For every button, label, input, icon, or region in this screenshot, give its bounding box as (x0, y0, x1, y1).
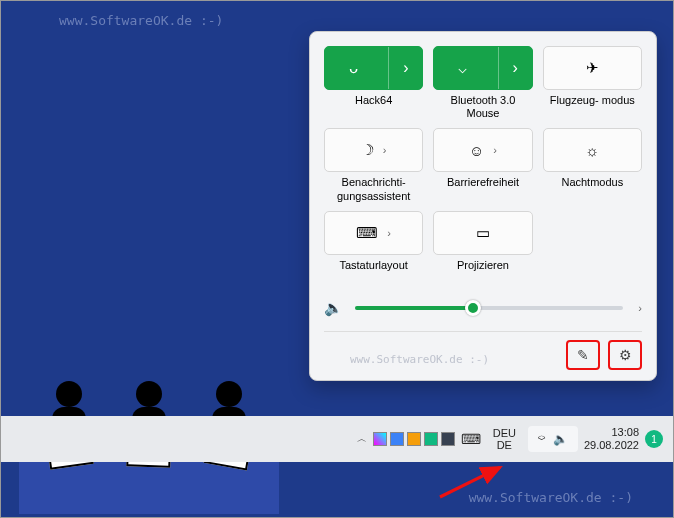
chevron-right-icon: › (512, 59, 517, 77)
speaker-icon: 🔈 (553, 432, 568, 446)
night-icon: ☼ (585, 142, 599, 159)
moon-icon: ☽ (361, 141, 374, 159)
time: 13:08 (584, 426, 639, 439)
wifi-icon: ⌔ (538, 432, 545, 446)
tile-label: Flugzeug- modus (550, 94, 635, 120)
tile-label: Nachtmodus (561, 176, 623, 202)
project-icon: ▭ (476, 224, 490, 242)
tray-icons[interactable] (373, 432, 455, 446)
watermark: www.SoftwareOK.de :-) (350, 353, 489, 366)
svg-line-0 (440, 467, 500, 497)
airplane-tile[interactable]: ✈ (543, 46, 642, 90)
keyboard-icon: ⌨ (356, 224, 378, 242)
language-indicator[interactable]: DEU DE (487, 427, 522, 451)
bluetooth-icon: ⌵ (458, 59, 467, 77)
chevron-right-icon: › (383, 144, 387, 156)
wifi-tile[interactable]: ᴗ › (324, 46, 423, 90)
notification-badge[interactable]: 1 (645, 430, 663, 448)
tray-app-icon[interactable] (424, 432, 438, 446)
volume-output-chevron[interactable]: › (638, 302, 642, 314)
tile-label: Benachrichti- gungsassistent (324, 176, 423, 202)
focus-assist-tile[interactable]: ☽› (324, 128, 423, 172)
tray-app-icon[interactable] (390, 432, 404, 446)
wifi-expand[interactable]: › (388, 47, 422, 89)
gear-icon: ⚙ (619, 347, 632, 363)
accessibility-icon: ☺ (469, 142, 484, 159)
project-tile[interactable]: ▭ (433, 211, 532, 255)
wifi-icon: ᴗ (349, 59, 358, 77)
tray-overflow-chevron[interactable]: ︿ (357, 432, 367, 446)
settings-button[interactable]: ⚙ (608, 340, 642, 370)
keyboard-layout-tile[interactable]: ⌨› (324, 211, 423, 255)
tile-label: Bluetooth 3.0 Mouse (433, 94, 532, 120)
tray-app-icon[interactable] (441, 432, 455, 446)
pencil-icon: ✎ (577, 347, 589, 363)
tile-label: Barrierefreiheit (447, 176, 519, 202)
tray-app-icon[interactable] (407, 432, 421, 446)
tile-label: Tastaturlayout (339, 259, 407, 285)
airplane-icon: ✈ (586, 59, 599, 77)
annotation-arrow (431, 461, 521, 501)
taskbar: ︿ ⌨ DEU DE ⌔ 🔈 13:08 29.08.2022 1 (1, 416, 673, 462)
watermark: www.SoftwareOK.de :-) (59, 13, 223, 28)
volume-slider[interactable] (355, 306, 623, 310)
chevron-right-icon: › (387, 227, 391, 239)
bluetooth-expand[interactable]: › (498, 47, 532, 89)
date: 29.08.2022 (584, 439, 639, 452)
lang-bottom: DE (493, 439, 516, 451)
chevron-right-icon: › (493, 144, 497, 156)
edit-quick-settings-button[interactable]: ✎ (566, 340, 600, 370)
tray-app-icon[interactable] (373, 432, 387, 446)
speaker-icon[interactable]: 🔈 (324, 299, 343, 317)
chevron-right-icon: › (403, 59, 408, 77)
accessibility-tile[interactable]: ☺› (433, 128, 532, 172)
clock[interactable]: 13:08 29.08.2022 (584, 426, 639, 452)
network-sound-tray[interactable]: ⌔ 🔈 (528, 426, 578, 452)
lang-top: DEU (493, 427, 516, 439)
bluetooth-tile[interactable]: ⌵ › (433, 46, 532, 90)
tile-label: Projizieren (457, 259, 509, 285)
nightmode-tile[interactable]: ☼ (543, 128, 642, 172)
touch-keyboard-icon[interactable]: ⌨ (461, 431, 481, 447)
tile-label: Hack64 (355, 94, 392, 120)
quick-settings-panel: ᴗ › Hack64 ⌵ › Bluetooth 3.0 Mouse ✈ Flu… (309, 31, 657, 381)
